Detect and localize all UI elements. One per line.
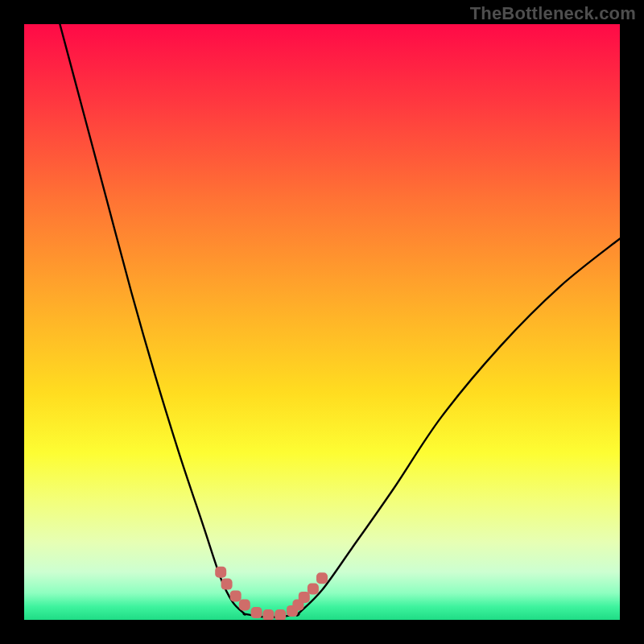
data-marker	[239, 600, 250, 611]
data-marker	[251, 607, 262, 618]
gradient-background	[24, 24, 620, 620]
plot-area	[24, 24, 620, 620]
data-marker	[230, 590, 242, 601]
data-marker	[221, 579, 233, 590]
chart-svg	[24, 24, 620, 620]
data-marker	[316, 572, 328, 584]
outer-black-frame: TheBottleneck.com	[0, 0, 644, 644]
data-marker	[299, 592, 310, 603]
watermark-text: TheBottleneck.com	[470, 3, 636, 24]
data-marker	[215, 567, 226, 578]
data-marker	[308, 584, 319, 595]
data-marker	[275, 609, 286, 620]
data-marker	[262, 609, 274, 620]
